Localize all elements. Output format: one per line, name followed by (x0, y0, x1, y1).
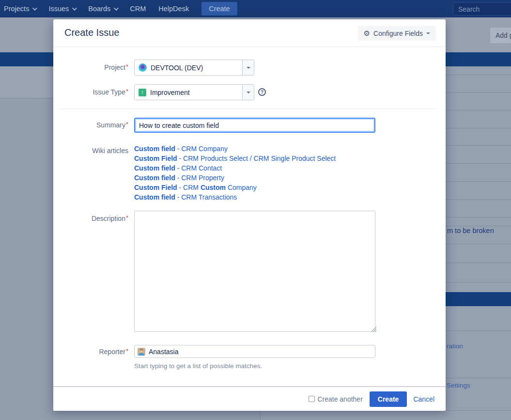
background-left-panel (0, 66, 53, 98)
issue-type-dropdown-caret[interactable] (242, 85, 254, 100)
reporter-value: Anastasia (149, 348, 178, 356)
required-marker: * (126, 63, 128, 70)
nav-item-label: Boards (88, 5, 110, 13)
background-row-divider (446, 145, 511, 146)
background-row-divider (446, 181, 511, 182)
reporter-input[interactable]: Anastasia (134, 345, 375, 358)
background-table: m to be broken ration Settings (446, 66, 511, 420)
background-row-divider (446, 410, 511, 411)
description-textarea[interactable] (134, 211, 375, 332)
search-input[interactable] (453, 2, 511, 16)
cancel-link[interactable]: Cancel (413, 395, 434, 403)
summary-input[interactable] (134, 118, 375, 133)
nav-create-button[interactable]: Create (201, 2, 237, 16)
reporter-hint: Start typing to get a list of possible m… (134, 362, 262, 370)
nav-item-label: Projects (4, 5, 29, 13)
project-dropdown-caret[interactable] (242, 60, 254, 75)
nav-item-helpdesk[interactable]: HelpDesk (158, 5, 189, 13)
wiki-article-link[interactable]: Custom Field - CRM Custom Company (134, 183, 336, 192)
improvement-icon: ↑ (139, 89, 146, 96)
reporter-label: Reporter* (53, 348, 128, 356)
nav-item-boards[interactable]: Boards (88, 5, 117, 13)
wiki-article-link[interactable]: Custom field - CRM Property (134, 173, 336, 183)
background-row-divider (446, 199, 511, 200)
nav-item-label: HelpDesk (158, 5, 189, 13)
section-divider (60, 109, 436, 109)
background-row-divider (446, 75, 511, 75)
chevron-down-icon (32, 6, 37, 11)
create-another-label: Create another (317, 395, 362, 403)
background-link-settings: Settings (447, 382, 470, 389)
background-bottom-panel (260, 411, 446, 420)
chevron-down-icon (72, 6, 77, 11)
project-avatar-icon (139, 63, 147, 72)
create-another-checkbox[interactable] (309, 396, 315, 402)
configure-fields-button[interactable]: ⚙ Configure Fields (358, 26, 436, 41)
background-row-divider (446, 217, 511, 218)
project-select[interactable]: DEVTOOL (DEV) (134, 60, 254, 76)
nav-item-issues[interactable]: Issues (48, 5, 76, 13)
wiki-article-link[interactable]: Custom Field - CRM Products Select / CRM… (134, 154, 336, 163)
wiki-article-link[interactable]: Custom field - CRM Transactions (134, 192, 336, 202)
nav-item-crm[interactable]: CRM (130, 5, 146, 13)
wiki-article-link[interactable]: Custom field - CRM Company (134, 144, 336, 154)
background-row-divider (446, 282, 511, 282)
background-row-divider (446, 244, 511, 244)
reporter-avatar (138, 348, 145, 356)
required-marker: * (126, 121, 128, 128)
wiki-links: Custom field - CRM CompanyCustom Field -… (134, 144, 336, 202)
create-button[interactable]: Create (370, 391, 407, 407)
dialog-header: Create Issue ⚙ Configure Fields (53, 19, 446, 47)
issue-type-label: Issue Type* (53, 88, 128, 96)
background-row-divider (446, 163, 511, 164)
add-gadget-button: Add g (490, 28, 511, 43)
top-nav: ProjectsIssuesBoardsCRMHelpDesk Create (0, 0, 511, 17)
chevron-down-icon (114, 6, 119, 11)
nav-item-label: Issues (48, 5, 69, 13)
gear-icon: ⚙ (364, 30, 370, 37)
background-row-divider (446, 128, 511, 128)
create-issue-dialog: Create Issue ⚙ Configure Fields Project*… (53, 19, 446, 411)
nav-item-projects[interactable]: Projects (4, 5, 36, 13)
project-value: DEVTOOL (DEV) (151, 64, 203, 72)
chevron-down-icon (426, 32, 430, 34)
background-row-divider (446, 110, 511, 110)
description-label: Description* (53, 215, 128, 222)
dialog-title: Create Issue (64, 27, 119, 38)
nav-items: ProjectsIssuesBoardsCRMHelpDesk (0, 5, 189, 13)
nav-item-label: CRM (130, 5, 146, 13)
background-link-broken: m to be broken (447, 227, 494, 234)
background-row-divider (446, 92, 511, 93)
required-marker: * (126, 88, 128, 95)
dialog-footer: Create another Create Cancel (53, 386, 446, 411)
issue-type-select[interactable]: ↑ Improvement (134, 84, 254, 100)
screen: Add g m to be broken ration Settings Pro… (0, 0, 511, 420)
wiki-article-link[interactable]: Custom field - CRM Contact (134, 163, 336, 173)
background-table-blue-row (446, 292, 511, 306)
background-row-divider (446, 263, 511, 263)
background-row-divider (446, 330, 511, 331)
required-marker: * (126, 214, 128, 221)
summary-label: Summary* (53, 121, 128, 129)
required-marker: * (126, 347, 128, 355)
issue-type-value: Improvement (150, 89, 190, 96)
background-row-divider (446, 378, 511, 378)
background-link-ration: ration (447, 342, 463, 350)
help-icon[interactable]: ? (258, 88, 266, 96)
configure-fields-label: Configure Fields (373, 30, 423, 37)
wiki-articles-label: Wiki articles (53, 147, 128, 155)
background-row-divider (446, 226, 511, 226)
project-label: Project* (53, 63, 128, 71)
